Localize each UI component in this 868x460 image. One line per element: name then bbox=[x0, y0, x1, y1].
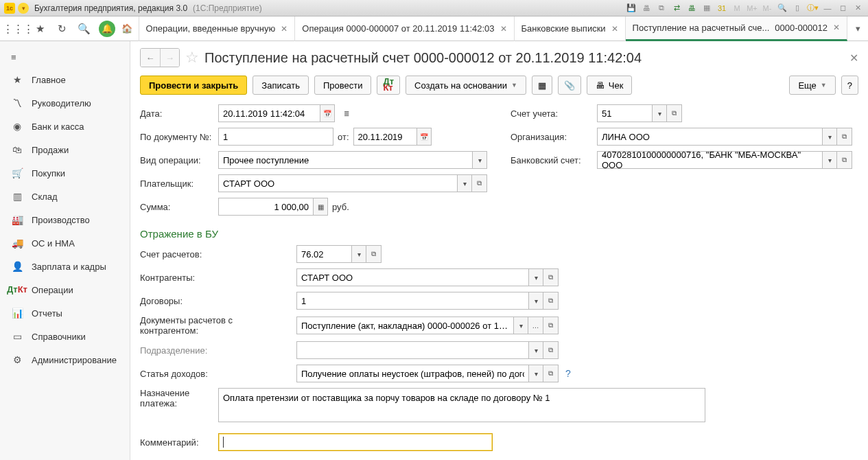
bank-field[interactable]: 40702810100000000716, "БАНК "МБА-МОСКВА"… bbox=[597, 151, 822, 169]
open-ref-icon[interactable]: ⧉ bbox=[837, 151, 852, 169]
attach-button[interactable]: 📎 bbox=[558, 76, 581, 95]
close-tab-icon[interactable]: ✕ bbox=[833, 23, 840, 32]
close-tab-icon[interactable]: ✕ bbox=[500, 24, 507, 34]
sum-field[interactable]: 1 000,00 bbox=[218, 198, 313, 216]
sidebar-item-bank[interactable]: ◉Банк и касса bbox=[0, 115, 130, 138]
open-ref-icon[interactable]: ⧉ bbox=[543, 365, 559, 382]
dropdown-icon[interactable]: ▾ bbox=[351, 245, 366, 263]
comment-field[interactable] bbox=[218, 433, 493, 451]
maximize-icon[interactable]: ◻ bbox=[836, 3, 849, 14]
sidebar-item-operations[interactable]: ДтКтОперации bbox=[0, 278, 130, 301]
calendar-icon[interactable]: ▦ bbox=[701, 3, 713, 14]
sidebar-item-main[interactable]: ★Главное bbox=[0, 68, 130, 91]
memory-m[interactable]: M bbox=[731, 3, 743, 14]
dropdown-icon[interactable]: ▾ bbox=[472, 151, 487, 169]
docnum-date-field[interactable]: 20.11.2019 bbox=[353, 128, 417, 146]
sidebar-item-production[interactable]: 🏭Производство bbox=[0, 208, 130, 231]
calendar-picker-icon[interactable]: 📅 bbox=[320, 104, 335, 122]
ellipsis-icon[interactable]: … bbox=[528, 317, 543, 334]
bu-account-field[interactable]: 76.02 bbox=[296, 245, 351, 263]
tab-overflow-icon[interactable]: ▾ bbox=[847, 16, 868, 41]
close-tab-icon[interactable]: ✕ bbox=[281, 24, 288, 34]
payer-field[interactable]: СТАРТ ООО bbox=[218, 174, 457, 192]
sidebar-item-salary[interactable]: 👤Зарплата и кадры bbox=[0, 255, 130, 278]
date-icon[interactable]: 31 bbox=[716, 3, 728, 14]
save-icon[interactable]: 💾 bbox=[625, 3, 637, 14]
tab-manual-ops[interactable]: Операции, введенные вручную ✕ bbox=[139, 16, 296, 41]
dropdown-icon[interactable]: ▾ bbox=[822, 151, 837, 169]
contragent-field[interactable]: СТАРТ ООО bbox=[296, 268, 528, 286]
docnum-field[interactable]: 1 bbox=[218, 128, 333, 146]
dtkt-button[interactable]: ДтКт bbox=[377, 76, 400, 95]
apps-grid-icon[interactable]: ⋮⋮⋮ bbox=[11, 22, 25, 36]
memory-mplus[interactable]: M+ bbox=[746, 3, 758, 14]
sidebar-toggle-icon[interactable]: ≡ bbox=[0, 47, 130, 68]
list-icon[interactable]: ≣ bbox=[339, 104, 354, 122]
tab-bank-statements[interactable]: Банковские выписки ✕ bbox=[515, 16, 626, 41]
purpose-textarea[interactable]: Оплата претензии от поставщика за порчу … bbox=[218, 388, 705, 422]
open-ref-icon[interactable]: ⧉ bbox=[837, 128, 852, 146]
copy-icon[interactable]: ⧉ bbox=[655, 3, 668, 14]
print2-icon[interactable]: 🖶 bbox=[685, 3, 698, 14]
tab-operation-7[interactable]: Операция 0000-000007 от 20.11.2019 11:42… bbox=[295, 16, 514, 41]
calendar-picker-icon[interactable]: 📅 bbox=[417, 128, 432, 146]
app-menu-icon[interactable]: ▾ bbox=[18, 3, 29, 14]
favorite-star-icon[interactable]: ★ bbox=[33, 22, 47, 36]
contracts-field[interactable]: 1 bbox=[296, 292, 528, 310]
home-tab-icon[interactable]: 🏠 bbox=[116, 16, 139, 41]
close-page-icon[interactable]: ✕ bbox=[849, 51, 858, 65]
nav-back-button[interactable]: ← bbox=[141, 49, 160, 67]
open-ref-icon[interactable]: ⧉ bbox=[543, 268, 559, 286]
save-button[interactable]: Записать bbox=[253, 76, 309, 95]
income-item-field[interactable]: Получение оплаты неустоек (штрафов, пене… bbox=[296, 365, 528, 382]
panel-icon[interactable]: ▯ bbox=[791, 3, 804, 14]
favorite-page-icon[interactable]: ☆ bbox=[185, 49, 199, 67]
sidebar-item-assets[interactable]: 🚚ОС и НМА bbox=[0, 231, 130, 255]
close-window-icon[interactable]: ✕ bbox=[852, 3, 864, 14]
dropdown-icon[interactable]: ▾ bbox=[513, 317, 528, 334]
structure-button[interactable]: ▦ bbox=[532, 76, 552, 95]
tab-incoming-payment[interactable]: Поступление на расчетный сче... 0000-000… bbox=[626, 16, 847, 41]
notifications-icon[interactable]: 🔔 bbox=[99, 21, 115, 37]
dropdown-icon[interactable]: ▾ bbox=[652, 104, 667, 122]
help-hint-icon[interactable]: ? bbox=[565, 368, 571, 379]
sidebar-item-admin[interactable]: ⚙Администрирование bbox=[0, 348, 130, 371]
print-icon[interactable]: 🖶 bbox=[640, 3, 653, 14]
minimize-icon[interactable]: — bbox=[821, 3, 834, 14]
date-field[interactable]: 20.11.2019 11:42:04 bbox=[218, 104, 320, 122]
org-field[interactable]: ЛИНА ООО bbox=[597, 128, 822, 146]
post-and-close-button[interactable]: Провести и закрыть bbox=[140, 76, 247, 95]
dropdown-icon[interactable]: ▾ bbox=[457, 174, 472, 192]
open-ref-icon[interactable]: ⧉ bbox=[543, 317, 559, 334]
open-ref-icon[interactable]: ⧉ bbox=[667, 104, 682, 122]
sidebar-item-manager[interactable]: 〽Руководителю bbox=[0, 91, 130, 115]
calculator-icon[interactable]: ▦ bbox=[313, 198, 328, 216]
dropdown-icon[interactable]: ▾ bbox=[822, 128, 837, 146]
sidebar-item-stock[interactable]: ▥Склад bbox=[0, 185, 130, 208]
zoom-icon[interactable]: 🔍 bbox=[776, 3, 788, 14]
compare-icon[interactable]: ⇄ bbox=[670, 3, 683, 14]
sidebar-item-purchases[interactable]: 🛒Покупки bbox=[0, 161, 130, 185]
dropdown-icon[interactable]: ▾ bbox=[528, 365, 543, 382]
post-button[interactable]: Провести bbox=[314, 76, 372, 95]
department-field[interactable] bbox=[296, 341, 528, 359]
open-ref-icon[interactable]: ⧉ bbox=[472, 174, 487, 192]
dropdown-icon[interactable]: ▾ bbox=[528, 268, 543, 286]
account-field[interactable]: 51 bbox=[597, 104, 652, 122]
help-button[interactable]: ? bbox=[841, 76, 858, 95]
nav-forward-button[interactable]: → bbox=[160, 49, 179, 67]
search-icon[interactable]: 🔍 bbox=[77, 22, 91, 36]
open-ref-icon[interactable]: ⧉ bbox=[543, 341, 559, 359]
history-icon[interactable]: ↻ bbox=[55, 22, 69, 36]
check-button[interactable]: 🖶Чек bbox=[587, 76, 633, 95]
settlement-docs-field[interactable]: Поступление (акт, накладная) 0000-000026… bbox=[296, 317, 513, 334]
create-based-on-button[interactable]: Создать на основании▼ bbox=[406, 76, 526, 95]
more-button[interactable]: Еще▼ bbox=[789, 76, 835, 95]
info-icon[interactable]: ⓘ▾ bbox=[806, 3, 819, 14]
open-ref-icon[interactable]: ⧉ bbox=[543, 292, 559, 310]
sidebar-item-references[interactable]: ▭Справочники bbox=[0, 325, 130, 348]
memory-mminus[interactable]: M- bbox=[761, 3, 773, 14]
sidebar-item-sales[interactable]: 🛍Продажи bbox=[0, 138, 130, 161]
sidebar-item-reports[interactable]: 📊Отчеты bbox=[0, 301, 130, 325]
optype-field[interactable]: Прочее поступление bbox=[218, 151, 472, 169]
